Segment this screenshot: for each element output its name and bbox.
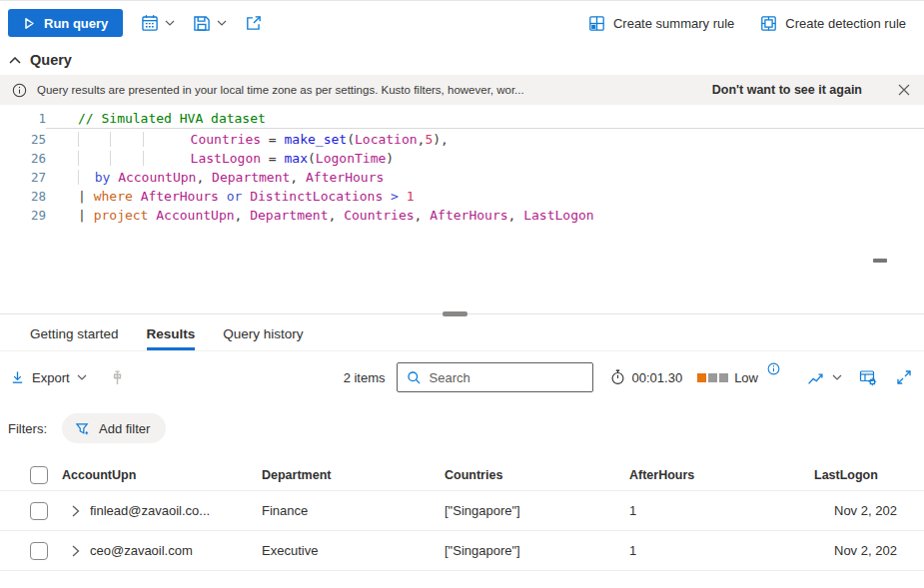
table-row[interactable]: ceo@zavaoil.comExecutive["Singapore"]1No… xyxy=(0,531,924,571)
create-detection-rule-label: Create detection rule xyxy=(785,16,906,31)
load-squares xyxy=(697,373,728,382)
filters-label: Filters: xyxy=(8,421,47,436)
chart-icon xyxy=(807,369,824,386)
code-line[interactable]: 1// Simulated HVA dataset xyxy=(0,109,924,128)
chevron-down-icon xyxy=(77,374,87,380)
command-bar: Run query xyxy=(0,1,924,45)
run-query-button[interactable]: Run query xyxy=(8,9,123,37)
column-header-countries[interactable]: Countries xyxy=(445,468,629,482)
chevron-up-icon xyxy=(9,57,21,64)
code-line[interactable]: 29| project AccountUpn, Department, Coun… xyxy=(0,206,924,225)
query-section-title: Query xyxy=(30,52,72,68)
cell-afterhours: 1 xyxy=(629,543,814,558)
chart-view-button[interactable] xyxy=(807,369,842,386)
load-square xyxy=(719,373,728,382)
expand-icon[interactable] xyxy=(896,369,912,385)
time-range-button[interactable] xyxy=(141,14,175,32)
code-text: Countries = make_set(Location,5), xyxy=(46,130,449,149)
save-button[interactable] xyxy=(193,14,227,32)
search-box[interactable] xyxy=(397,362,593,392)
splitter-drag-handle[interactable] xyxy=(443,311,467,316)
chevron-down-icon xyxy=(832,374,842,380)
cell-accountupn: finlead@zavaoil.co... xyxy=(90,503,262,518)
column-header-accountupn[interactable]: AccountUpn xyxy=(62,468,262,482)
select-all-checkbox[interactable] xyxy=(30,466,48,484)
column-header-department[interactable]: Department xyxy=(262,468,445,482)
export-button[interactable]: Export xyxy=(10,370,87,385)
code-text: | where AfterHours or DistinctLocations … xyxy=(46,187,415,206)
table-body: finlead@zavaoil.co...Finance["Singapore"… xyxy=(0,491,924,571)
banner-dismiss-button[interactable]: Don't want to see it again xyxy=(712,83,862,97)
cell-department: Finance xyxy=(262,503,445,518)
line-number: 1 xyxy=(0,109,46,128)
download-icon xyxy=(10,370,25,385)
timezone-info-banner: Query results are presented in your loca… xyxy=(0,75,924,105)
search-input[interactable] xyxy=(430,370,583,385)
info-icon xyxy=(12,83,27,98)
line-number: 29 xyxy=(0,206,46,225)
stopwatch-icon xyxy=(610,369,625,385)
line-number: 25 xyxy=(0,130,46,149)
calendar-icon xyxy=(141,14,159,32)
table-settings-icon[interactable] xyxy=(859,368,877,386)
search-icon xyxy=(407,370,422,385)
line-number: 28 xyxy=(0,187,46,206)
cell-accountupn: ceo@zavaoil.com xyxy=(90,543,262,558)
cell-countries: ["Singapore"] xyxy=(445,503,629,518)
close-icon[interactable] xyxy=(898,84,910,96)
row-checkbox[interactable] xyxy=(30,502,48,520)
chevron-right-icon[interactable] xyxy=(62,505,90,517)
editor-scrollbar-handle[interactable] xyxy=(873,259,887,263)
export-label: Export xyxy=(32,370,70,385)
banner-message: Query results are presented in your loca… xyxy=(37,84,702,96)
run-query-label: Run query xyxy=(44,16,108,31)
table-row[interactable]: finlead@zavaoil.co...Finance["Singapore"… xyxy=(0,491,924,531)
tab-query-history[interactable]: Query history xyxy=(223,326,303,350)
cell-lastlogon: Nov 2, 202 xyxy=(814,543,924,558)
save-icon xyxy=(193,14,211,32)
duration-value: 00:01.30 xyxy=(632,370,683,385)
detection-rule-icon xyxy=(760,15,777,32)
info-icon[interactable] xyxy=(767,362,780,375)
load-square xyxy=(697,373,706,382)
pane-splitter xyxy=(0,313,924,314)
code-line[interactable]: 28| where AfterHours or DistinctLocation… xyxy=(0,187,924,206)
share-icon xyxy=(245,14,263,32)
column-header-lastlogon[interactable]: LastLogon xyxy=(814,468,924,482)
results-tab-strip: Getting started Results Query history xyxy=(0,314,924,351)
code-text: by AccountUpn, Department, AfterHours xyxy=(46,168,384,187)
query-section-toggle[interactable]: Query xyxy=(0,45,924,75)
create-detection-rule-button[interactable]: Create detection rule xyxy=(760,15,906,32)
chevron-down-icon xyxy=(217,20,227,26)
filter-icon xyxy=(75,421,90,436)
table-header: AccountUpnDepartmentCountriesAfterHoursL… xyxy=(0,459,924,491)
code-lines: 1// Simulated HVA dataset25 Countries = … xyxy=(0,109,924,225)
create-summary-rule-label: Create summary rule xyxy=(613,16,734,31)
code-line[interactable]: 25 Countries = make_set(Location,5), xyxy=(0,130,924,149)
chevron-right-icon[interactable] xyxy=(62,545,90,557)
pin-icon xyxy=(109,369,126,386)
filters-row: Filters: Add filter xyxy=(0,403,924,453)
tab-getting-started[interactable]: Getting started xyxy=(30,326,119,350)
add-filter-button[interactable]: Add filter xyxy=(62,413,166,443)
code-text: | project AccountUpn, Department, Countr… xyxy=(46,206,594,225)
cell-countries: ["Singapore"] xyxy=(445,543,629,558)
column-header-afterhours[interactable]: AfterHours xyxy=(629,468,814,482)
tab-results[interactable]: Results xyxy=(147,326,196,350)
run-icon xyxy=(23,17,35,30)
chevron-down-icon xyxy=(165,20,175,26)
results-table: AccountUpnDepartmentCountriesAfterHoursL… xyxy=(0,459,924,571)
load-indicator: Low xyxy=(697,370,780,385)
query-editor[interactable]: 1// Simulated HVA dataset25 Countries = … xyxy=(0,105,924,313)
code-text: // Simulated HVA dataset xyxy=(46,109,266,128)
cell-lastlogon: Nov 2, 202 xyxy=(814,503,924,518)
query-duration: 00:01.30 xyxy=(610,369,683,385)
code-line[interactable]: 26 LastLogon = max(LogonTime) xyxy=(0,149,924,168)
cell-afterhours: 1 xyxy=(629,503,814,518)
results-toolbar: Export 2 items 00:01.30 Low xyxy=(0,351,924,403)
load-label: Low xyxy=(734,370,758,385)
share-button[interactable] xyxy=(245,14,263,32)
row-checkbox[interactable] xyxy=(30,542,48,560)
code-line[interactable]: 27 by AccountUpn, Department, AfterHours xyxy=(0,168,924,187)
create-summary-rule-button[interactable]: Create summary rule xyxy=(588,15,734,32)
